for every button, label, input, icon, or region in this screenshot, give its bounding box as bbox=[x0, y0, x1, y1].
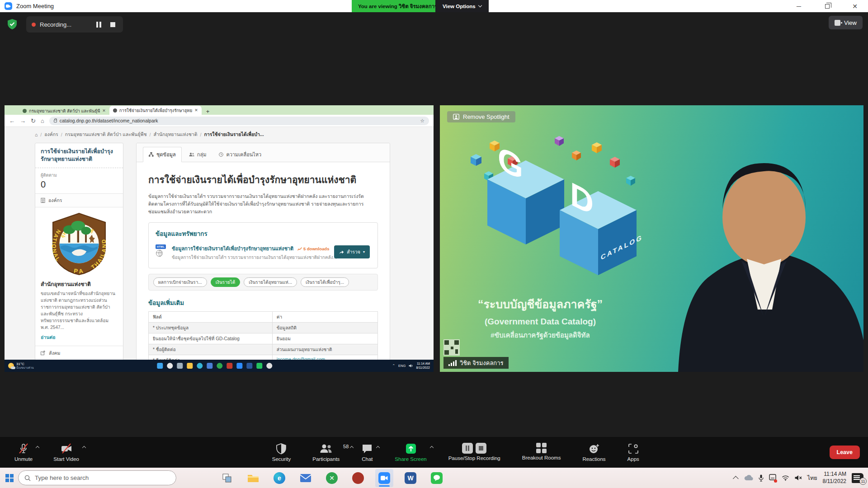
remote-word-icon[interactable] bbox=[246, 363, 252, 369]
back-icon[interactable]: ← bbox=[9, 118, 15, 124]
tab-activity[interactable]: ความเคลื่อนไหว bbox=[213, 147, 267, 162]
restore-button[interactable] bbox=[817, 0, 838, 12]
tab-close-icon[interactable]: ✕ bbox=[102, 108, 106, 113]
quote-line-3: #ขับเคลื่อนภาครัฐด้วยข้อมูลดิจิทัล bbox=[450, 330, 631, 341]
pause-icon[interactable] bbox=[462, 443, 473, 454]
remote-language-indicator[interactable]: ENG bbox=[398, 364, 406, 368]
chat-button[interactable]: Chat bbox=[359, 443, 376, 462]
browser-tab-2-active[interactable]: การใช้จ่ายเงินรายได้เพื่อบำรุงรักษาอุทย … bbox=[109, 106, 202, 115]
remote-search-icon[interactable] bbox=[167, 363, 173, 369]
line-icon[interactable] bbox=[428, 469, 446, 487]
address-bar[interactable]: catalog.dnp.go.th/dataset/income_nationa… bbox=[49, 117, 429, 125]
unmute-button[interactable]: Unmute bbox=[12, 443, 35, 462]
minimize-button[interactable]: ─ bbox=[788, 0, 809, 12]
security-button[interactable]: Security bbox=[269, 443, 294, 462]
taskbar-search[interactable]: Type here to search bbox=[18, 470, 176, 485]
tray-chevron-up-icon[interactable] bbox=[733, 476, 739, 482]
pause-stop-recording-button[interactable]: Pause/Stop Recording bbox=[446, 443, 503, 462]
remote-weather-widget[interactable]: 31°Cมีเมฆบางส่วน bbox=[5, 362, 72, 370]
stop-recording-button[interactable] bbox=[108, 19, 118, 29]
remote-clock[interactable]: 11:14 AM8/11/2022 bbox=[416, 362, 430, 370]
tag-chip[interactable]: เงินรายได้อุทยานแห่... bbox=[244, 277, 297, 287]
bookmark-star-icon[interactable]: ☆ bbox=[420, 118, 425, 124]
home-icon[interactable]: ⌂ bbox=[41, 118, 44, 124]
browser-tabstrip: กรมอุทยานแห่งชาติ สัตว์ป่า และพันธุ์พื ✕… bbox=[5, 105, 434, 115]
tag-chip[interactable]: เงินรายได้เพื่อบำรุ... bbox=[301, 277, 349, 287]
remote-chrome-icon[interactable] bbox=[266, 363, 272, 369]
red-app-icon[interactable] bbox=[349, 469, 367, 487]
remote-xbox-icon[interactable] bbox=[217, 363, 222, 369]
stop-icon[interactable] bbox=[476, 443, 486, 454]
onedrive-icon[interactable] bbox=[744, 475, 753, 481]
layout-icon bbox=[835, 20, 840, 26]
view-layout-button[interactable]: View bbox=[829, 16, 863, 29]
dataset-title: การใช้จ่ายเงินรายได้เพื่อบำรุงรักษาอุทยา… bbox=[148, 172, 378, 187]
remote-line-icon[interactable] bbox=[256, 363, 262, 369]
taskbar-clock[interactable]: 11:14 AM8/11/2022 bbox=[823, 471, 847, 485]
leave-button[interactable]: Leave bbox=[830, 446, 860, 459]
forward-icon[interactable]: → bbox=[20, 118, 26, 124]
breadcrumb-org[interactable]: องค์กร bbox=[44, 131, 58, 138]
xbox-icon[interactable]: ✕ bbox=[323, 469, 341, 487]
home-icon[interactable]: ⌂ bbox=[35, 132, 38, 137]
speaker-muted-icon[interactable] bbox=[795, 475, 802, 481]
start-button[interactable] bbox=[5, 474, 14, 482]
shield-icon bbox=[276, 443, 287, 455]
share-screen-button[interactable]: Share Screen bbox=[392, 443, 429, 462]
view-options-button[interactable]: View Options bbox=[435, 0, 489, 12]
resource-link[interactable]: ข้อมูลการใช้จ่ายเงินรายได้เพื่อบำรุงรักษ… bbox=[172, 246, 293, 251]
tag-chip-active[interactable]: เงินรายได้ bbox=[211, 277, 241, 287]
read-more-link[interactable]: อ่านต่อ bbox=[35, 331, 123, 346]
letter-g-cube: G bbox=[487, 139, 564, 244]
zoom-toolbar: Unmute Start Video Security bbox=[0, 437, 868, 468]
resource-row: HTML ข้อมูลการใช้จ่ายเงินรายได้เพื่อบำรุ… bbox=[156, 244, 371, 261]
new-tab-button[interactable]: + bbox=[206, 108, 210, 115]
close-button[interactable]: ✕ bbox=[844, 0, 865, 12]
apps-button[interactable]: Apps bbox=[625, 443, 642, 462]
remove-spotlight-button[interactable]: Remove Spotlight bbox=[447, 111, 515, 122]
tab-close-icon[interactable]: ✕ bbox=[194, 108, 198, 113]
notification-center-icon[interactable]: 11 bbox=[852, 473, 863, 483]
sidebar-dataset-title: การใช้จ่ายเงินรายได้เพื่อบำรุงรักษาอุทยา… bbox=[35, 143, 123, 168]
explore-button[interactable]: สำรวจ ▾ bbox=[334, 245, 370, 258]
remote-zoom-icon[interactable] bbox=[236, 363, 242, 369]
recording-app-tray-icon[interactable] bbox=[769, 474, 776, 482]
task-view-icon[interactable] bbox=[218, 469, 236, 487]
remote-task-view-icon[interactable] bbox=[177, 363, 183, 369]
remote-file-explorer-icon[interactable] bbox=[187, 363, 193, 369]
word-icon[interactable]: W bbox=[401, 469, 420, 487]
chevron-up-icon[interactable] bbox=[82, 446, 86, 450]
tray-microphone-icon[interactable] bbox=[759, 474, 764, 482]
chevron-up-icon[interactable] bbox=[350, 446, 354, 450]
chevron-up-icon[interactable] bbox=[36, 446, 39, 450]
chevron-up-icon[interactable] bbox=[376, 446, 380, 450]
remote-tray: ⌃ ENG 11:14 AM8/11/2022 bbox=[392, 362, 434, 370]
remote-chevron-up-icon[interactable]: ⌃ bbox=[392, 364, 395, 368]
remote-speaker-icon[interactable] bbox=[409, 364, 413, 368]
tag-chip[interactable]: ผลการเบิกจ่ายเงินรา... bbox=[153, 277, 207, 287]
reload-icon[interactable]: ↻ bbox=[31, 118, 36, 124]
tab-dataset[interactable]: ชุดข้อมูล bbox=[143, 147, 182, 162]
breadcrumb-dept[interactable]: กรมอุทยานแห่งชาติ สัตว์ป่า และพันธุ์พืช bbox=[65, 131, 147, 138]
zoom-taskbar-icon[interactable] bbox=[375, 469, 393, 487]
remote-mail-icon[interactable] bbox=[207, 363, 212, 369]
breakout-rooms-button[interactable]: Breakout Rooms bbox=[519, 443, 564, 462]
reactions-button[interactable]: Reactions bbox=[580, 443, 608, 462]
meeting-security-shield-icon[interactable] bbox=[7, 19, 17, 30]
participants-button[interactable]: 58 Participants bbox=[310, 443, 342, 462]
tab-groups[interactable]: กลุ่ม bbox=[184, 147, 212, 162]
pause-recording-button[interactable] bbox=[94, 19, 104, 29]
file-explorer-icon[interactable] bbox=[244, 469, 262, 487]
start-video-button[interactable]: Start Video bbox=[51, 443, 82, 462]
breadcrumb-office[interactable]: สำนักอุทยานแห่งชาติ bbox=[154, 131, 198, 138]
remote-edge-icon[interactable] bbox=[197, 363, 203, 369]
edge-icon[interactable]: e bbox=[270, 469, 288, 487]
chevron-up-icon[interactable] bbox=[429, 446, 433, 450]
language-indicator[interactable]: ไทย bbox=[807, 474, 817, 483]
network-icon[interactable] bbox=[782, 475, 789, 481]
mail-icon[interactable] bbox=[297, 469, 315, 487]
breadcrumb-current: การใช้จ่ายเงินรายได้เพื่อบำ... bbox=[204, 131, 264, 138]
remote-start-icon[interactable] bbox=[157, 363, 163, 369]
remote-red-app-icon[interactable] bbox=[226, 363, 232, 369]
browser-tab-1[interactable]: กรมอุทยานแห่งชาติ สัตว์ป่า และพันธุ์พื ✕ bbox=[19, 107, 109, 115]
